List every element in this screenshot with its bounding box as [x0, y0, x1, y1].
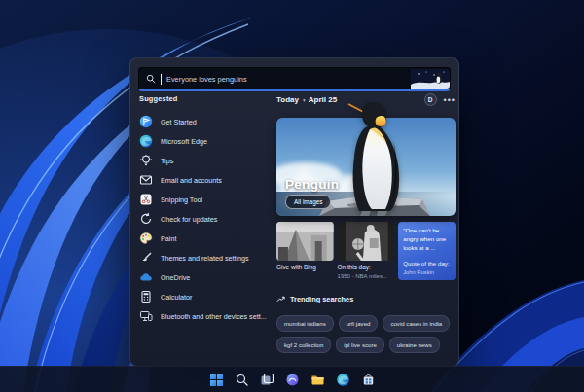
- taskbar-search-button[interactable]: [234, 372, 250, 388]
- taskbar-widgets-button[interactable]: [284, 372, 301, 388]
- trending-pill[interactable]: mumbai indians: [276, 315, 334, 332]
- card-subtitle: 1950 - NBA miles...: [338, 272, 395, 280]
- taskbar-start-button[interactable]: [208, 372, 225, 388]
- date-label: April 25: [309, 95, 337, 104]
- email-envelope-icon: [139, 173, 153, 187]
- suggested-item-bluetooth-devices[interactable]: Bluetooth and other devices sett...: [139, 306, 275, 326]
- all-images-button[interactable]: All images: [285, 195, 331, 209]
- widgets-icon: [285, 373, 300, 387]
- quote-text: "One can't be angry when one looks at a …: [403, 227, 451, 253]
- on-this-day-image: [338, 222, 395, 261]
- suggested-item-label: Microsoft Edge: [161, 137, 207, 146]
- trending-pill[interactable]: covid cases in india: [383, 315, 450, 332]
- suggested-item-label: Themes and related settings: [161, 254, 249, 263]
- text-caret: [161, 74, 162, 85]
- card-give-with-bing[interactable]: Give with Bing: [276, 222, 334, 280]
- search-icon: [235, 373, 249, 387]
- suggested-item-label: Get Started: [161, 118, 197, 126]
- hero-card-penguin[interactable]: Penguin All images: [276, 118, 456, 216]
- windows-logo-icon: [209, 373, 224, 387]
- calculator-icon: [139, 290, 153, 303]
- hero-title: Penguin: [285, 177, 339, 192]
- trending-pill[interactable]: ukraine news: [389, 337, 440, 353]
- chevron-down-icon: ▾: [303, 97, 306, 103]
- desktop: Everyone loves penguins Suggested: [0, 0, 584, 392]
- card-quote-of-the-day[interactable]: "One can't be angry when one looks at a …: [398, 222, 456, 280]
- card-title: Quote of the day:: [403, 260, 451, 268]
- more-options-button[interactable]: •••: [444, 98, 456, 102]
- refresh-updates-icon: [139, 212, 153, 226]
- taskbar-task-view-button[interactable]: [259, 372, 275, 388]
- search-icon: [146, 70, 156, 88]
- trending-section: Trending searches mumbai indians urfi ja…: [276, 290, 456, 353]
- card-subtitle: John Ruskin: [403, 268, 451, 276]
- trending-icon: [276, 290, 285, 307]
- store-icon: [361, 373, 376, 387]
- paint-palette-icon: [139, 232, 153, 245]
- tips-lightbulb-icon: [139, 154, 153, 167]
- give-with-bing-image: [276, 222, 334, 261]
- suggested-item-label: Calculator: [161, 293, 192, 302]
- devices-icon: [139, 309, 153, 323]
- suggested-item-label: Tips: [161, 157, 173, 165]
- taskbar-store-button[interactable]: [360, 372, 377, 388]
- card-caption: Give with Bing: [276, 264, 334, 272]
- trending-heading: Trending searches: [290, 295, 353, 303]
- suggested-heading: Suggested: [139, 94, 275, 103]
- trending-pill[interactable]: urfi javed: [339, 315, 379, 332]
- onedrive-cloud-icon: [139, 270, 153, 284]
- search-decoration-penguin-scene: [411, 69, 450, 89]
- suggested-item-themes-settings[interactable]: Themes and related settings: [139, 248, 275, 267]
- bing-d-badge[interactable]: D: [424, 93, 437, 106]
- taskbar: [0, 366, 584, 392]
- paintbrush-icon: [139, 251, 153, 265]
- today-feed: Today ▾ April 25 D •••: [276, 94, 456, 353]
- search-input[interactable]: Everyone loves penguins: [138, 67, 451, 91]
- suggested-item-calculator[interactable]: Calculator: [139, 287, 275, 306]
- taskbar-file-explorer-button[interactable]: [310, 372, 326, 388]
- edge-icon: [336, 373, 350, 387]
- card-on-this-day[interactable]: On this day: 1950 - NBA miles...: [338, 222, 395, 280]
- suggested-item-check-for-updates[interactable]: Check for updates: [139, 209, 275, 229]
- suggested-item-snipping-tool[interactable]: Snipping Tool: [139, 190, 275, 209]
- suggested-item-tips[interactable]: Tips: [139, 151, 275, 170]
- today-dropdown[interactable]: Today: [276, 95, 299, 104]
- suggested-item-label: OneDrive: [161, 273, 190, 282]
- penguin-image: [339, 100, 409, 217]
- suggested-item-paint[interactable]: Paint: [139, 229, 275, 248]
- suggested-item-label: Bluetooth and other devices sett...: [161, 312, 267, 321]
- card-title: On this day:: [338, 264, 395, 272]
- suggested-item-label: Paint: [161, 234, 176, 243]
- suggested-item-email-accounts[interactable]: Email and accounts: [139, 170, 275, 190]
- suggested-item-microsoft-edge[interactable]: Microsoft Edge: [139, 131, 275, 151]
- edge-icon: [139, 134, 153, 148]
- search-flyout: Everyone loves penguins Suggested: [129, 57, 459, 367]
- suggested-item-label: Email and accounts: [161, 176, 222, 185]
- suggested-item-get-started[interactable]: Get Started: [139, 112, 275, 131]
- search-query-text: Everyone loves penguins: [166, 75, 247, 84]
- suggested-item-onedrive[interactable]: OneDrive: [139, 267, 275, 287]
- trending-pill[interactable]: ipl live score: [336, 337, 384, 353]
- trending-pill[interactable]: kgf 2 collection: [276, 337, 331, 353]
- file-explorer-icon: [310, 373, 325, 387]
- suggested-section: Suggested Get Started Microsoft Edge Tip…: [139, 94, 275, 326]
- suggested-item-label: Snipping Tool: [161, 196, 202, 204]
- snipping-tool-icon: [139, 193, 153, 206]
- suggested-item-label: Check for updates: [161, 215, 217, 224]
- taskbar-edge-button[interactable]: [335, 372, 351, 388]
- get-started-icon: [139, 115, 153, 128]
- task-view-icon: [260, 373, 274, 387]
